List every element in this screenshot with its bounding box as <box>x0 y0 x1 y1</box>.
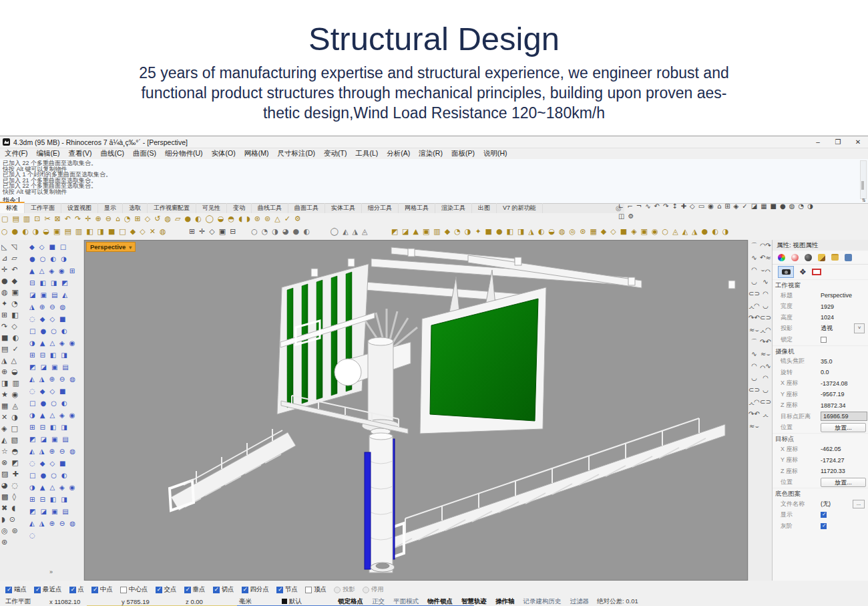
units-label[interactable]: 毫米 <box>239 597 282 606</box>
osnap-checkbox[interactable] <box>69 587 76 593</box>
target-distance-input[interactable]: 16986.59 <box>821 412 867 421</box>
toolbar-tab[interactable]: 网格工具 <box>399 203 435 213</box>
perspective-viewport[interactable]: Perspective▾ <box>84 240 748 581</box>
status-toggle[interactable]: 平面模式 <box>393 597 419 606</box>
curve-tools-strip-icons[interactable]: ⌒∿◠◡⊂⊃◞◟◜◝↷↶≈⌣⌒∿◠◡⊂⊃◞◟◜◝↷↶≈⌣ <box>748 240 760 581</box>
menu-item[interactable]: 面板(P) <box>451 149 475 158</box>
osnap-checkbox[interactable] <box>156 587 162 593</box>
scrollbar-thumb[interactable] <box>861 181 864 190</box>
osnap-toggle[interactable]: 中心点 <box>120 585 148 594</box>
joint-icon[interactable]: ❖ <box>799 268 807 276</box>
menu-item[interactable]: 尺寸标注(D) <box>278 149 316 158</box>
osnap-checkbox[interactable] <box>242 587 248 593</box>
viewport-tab-dropdown-icon[interactable]: ▾ <box>129 245 132 251</box>
menu-item[interactable]: 曲面(S) <box>133 149 156 158</box>
osnap-checkbox[interactable] <box>91 587 98 593</box>
minimize-button[interactable]: – <box>808 136 828 148</box>
toolbar-tab[interactable]: 细分工具 <box>362 203 399 213</box>
menu-item[interactable]: 细分物件(U) <box>165 149 203 158</box>
menu-item[interactable]: 曲线(C) <box>100 149 124 158</box>
toolbar-tab[interactable]: 工作平面 <box>25 203 61 213</box>
status-toggle[interactable]: 正交 <box>372 597 385 606</box>
toolbar-icon-group[interactable]: ○●◐◑◒▣▤▥◧◨■□◆◇✕◍◎⊛◉● <box>1 226 178 240</box>
osnap-toggle[interactable]: 切点 <box>213 585 234 594</box>
restore-button[interactable]: ❐ <box>828 136 848 148</box>
projection-dropdown[interactable]: ˅ <box>854 323 865 333</box>
lock-checkbox[interactable] <box>821 337 827 343</box>
osnap-checkbox[interactable] <box>5 587 12 593</box>
annotate-tab-icon[interactable] <box>818 254 825 261</box>
osnap-toggle[interactable]: 中点 <box>91 585 113 594</box>
osnap-toggle[interactable]: 节点 <box>276 585 298 594</box>
display-tab-icon[interactable] <box>778 254 785 261</box>
surface-tools-strip-icons[interactable]: ◜◝↷↶≈⌣⌒∿◠◡⊂⊃◞◟◜◝↷↶≈⌣⌒∿◠◡⊂⊃◞◟ <box>760 240 771 581</box>
menu-item[interactable]: 编辑(E) <box>36 149 59 158</box>
osnap-checkbox[interactable] <box>120 587 127 593</box>
osnap-checkbox[interactable] <box>334 587 341 593</box>
osnap-toggle[interactable]: 端点 <box>5 585 27 594</box>
toolbar-tab[interactable]: 可见性 <box>196 203 227 213</box>
toolbar-tab[interactable]: 出图 <box>472 203 497 213</box>
osnap-checkbox[interactable] <box>34 587 41 593</box>
current-layer[interactable]: 默认 <box>282 597 329 606</box>
toolbar-tab[interactable]: 曲面工具 <box>288 203 325 213</box>
toolbar-icon-group[interactable]: ⊞✛◇▣⊟→ <box>189 226 240 240</box>
target-place-button[interactable]: 放置... <box>821 478 866 487</box>
cplane-label[interactable]: 工作平面 <box>0 597 49 606</box>
status-toggle[interactable]: 智慧轨迹 <box>461 597 487 606</box>
browse-file-button[interactable]: ... <box>853 500 865 508</box>
toolbar-tab[interactable]: 标准 <box>0 202 25 213</box>
grayscale-checkbox[interactable] <box>821 523 827 529</box>
camera-icon[interactable] <box>778 266 794 278</box>
palette-more-icon[interactable]: » <box>49 569 53 575</box>
status-toggle[interactable]: 记录建构历史 <box>523 597 562 606</box>
menu-item[interactable]: 渲染(R) <box>419 149 443 158</box>
toolbar-icon-group[interactable]: ◩◪▲▣▥◆◔◑✦■●◧◨◮◐◒◍◎⊛▦◆◇■◈▣◉○◬◭◮●◐◑◓◕◗⊚⊛✚» <box>391 226 736 240</box>
status-toggle[interactable]: 物件锁点 <box>427 597 453 606</box>
osnap-toggle[interactable]: 交点 <box>156 585 177 594</box>
status-toggle[interactable]: 过滤器 <box>570 597 590 606</box>
menu-item[interactable]: 查看(V) <box>68 149 91 158</box>
command-scrollbar[interactable] <box>860 160 867 199</box>
camera-place-button[interactable]: 放置... <box>821 423 866 432</box>
layers-tab-icon[interactable] <box>831 254 839 261</box>
viewport-tab[interactable]: Perspective▾ <box>86 242 136 252</box>
osnap-checkbox[interactable] <box>305 587 312 593</box>
osnap-toggle[interactable]: 四分点 <box>242 585 270 594</box>
menu-item[interactable]: 实体(O) <box>212 149 236 158</box>
toolbar-icon-group[interactable]: ◯◭◮◬△» <box>331 226 381 240</box>
toolbar-tab[interactable]: 选取 <box>123 203 148 213</box>
command-area[interactable]: 已加入 22 个多重曲面至选取集合。快按 Alt 键可以复制物件已加入 1 个封… <box>0 159 868 204</box>
close-button[interactable]: ✕ <box>848 136 868 148</box>
main-toolbar-icons[interactable]: ◺◹⊿▱✛↶●◆◍▣✦◔⊞◧↷◇■◐▤✓◮△⊕◒◨▥★◉▦◬✕◑◈□◭▧☆◓⊗◩… <box>1 243 23 547</box>
menu-item[interactable]: 说明(H) <box>483 149 507 158</box>
materials-tab-icon[interactable] <box>791 254 799 261</box>
menu-item[interactable]: 文件(F) <box>5 149 27 158</box>
toolbar-icon-group[interactable]: ○◔◑◕●◐◒» <box>251 226 320 240</box>
show-checkbox[interactable] <box>821 512 827 518</box>
toolbar-tab[interactable]: 设置视图 <box>61 203 98 213</box>
osnap-toggle[interactable]: 投影 <box>334 585 355 594</box>
menu-item[interactable]: 网格(M) <box>244 149 269 158</box>
osnap-checkbox[interactable] <box>184 587 191 593</box>
notes-tab-icon[interactable] <box>845 254 852 261</box>
menu-item[interactable]: 分析(A) <box>387 149 410 158</box>
render-tab-icon[interactable] <box>805 254 812 261</box>
menu-item[interactable]: 变动(T) <box>324 149 347 158</box>
osnap-toggle[interactable]: 点 <box>69 585 85 594</box>
toolbar-tab[interactable]: V7 的新功能 <box>497 203 543 213</box>
toolbar-tab[interactable]: 显示 <box>98 203 123 213</box>
toolbar-tab[interactable]: 曲线工具 <box>252 203 288 213</box>
osnap-toggle[interactable]: 停用 <box>363 585 384 594</box>
top-right-icon-row[interactable]: ∟⌐¬∿↶↷↕✚◇▭◉⌂⊞◈✓◪▦■●◍◔◑ <box>618 201 864 211</box>
osnap-toggle[interactable]: 垂点 <box>184 585 206 594</box>
top-right-icon-row[interactable]: ◫⚙ <box>618 211 864 221</box>
osnap-checkbox[interactable] <box>363 587 369 593</box>
standard-toolbar-icons[interactable]: ▢▤▥⊡✂⊠↶↷✛⊕⊖⌂◔⊞◇↺◍▱●◐◯◒◓◖◗⊛⊚△✓⚙ <box>1 214 305 223</box>
frame-icon[interactable] <box>812 269 821 275</box>
menu-item[interactable]: 工具(L) <box>356 149 379 158</box>
toolbar-tab[interactable]: 渲染工具 <box>435 203 472 213</box>
osnap-toggle[interactable]: 顶点 <box>305 585 327 594</box>
toolbar-tab[interactable]: 变动 <box>227 203 252 213</box>
solid-tools-palette-icons[interactable]: ◆◇■□●○◐◑▲△◈◉⊞⊟◧◨◩◪▣▤◭◮⊕⊖◍◌◆◇■□●○◐◑▲△◈◉⊞⊟… <box>29 243 80 539</box>
